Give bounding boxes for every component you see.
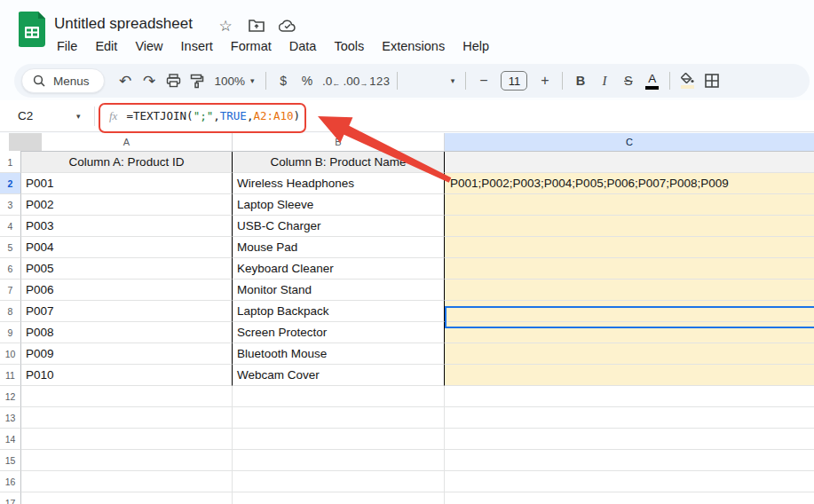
menu-format[interactable]: Format bbox=[222, 37, 281, 55]
cell-A5[interactable]: P004 bbox=[21, 237, 233, 258]
cell-B17[interactable] bbox=[233, 492, 445, 504]
cell-A3[interactable]: P002 bbox=[21, 194, 233, 216]
text-color-button[interactable]: A bbox=[640, 68, 664, 93]
cell-A9[interactable]: P008 bbox=[21, 322, 233, 343]
row-header-14[interactable]: 14 bbox=[0, 429, 21, 450]
column-header-a[interactable]: A bbox=[21, 133, 233, 151]
fill-color-button[interactable] bbox=[676, 68, 699, 93]
row-header-8[interactable]: 8 bbox=[0, 301, 21, 322]
cell-C9[interactable] bbox=[445, 322, 814, 343]
cell-B11[interactable]: Webcam Cover bbox=[233, 365, 445, 386]
menu-data[interactable]: Data bbox=[281, 37, 326, 55]
row-header-16[interactable]: 16 bbox=[0, 471, 21, 492]
cell-A6[interactable]: P005 bbox=[21, 258, 233, 280]
row-header-2[interactable]: 2 bbox=[0, 173, 21, 194]
row-header-9[interactable]: 9 bbox=[0, 322, 21, 343]
cell-C13[interactable] bbox=[445, 407, 814, 429]
increase-font-size-button[interactable]: + bbox=[533, 68, 557, 93]
cloud-saved-icon[interactable] bbox=[279, 17, 296, 35]
menu-insert[interactable]: Insert bbox=[172, 37, 222, 55]
menu-help[interactable]: Help bbox=[454, 37, 498, 55]
star-icon[interactable]: ☆ bbox=[217, 17, 234, 35]
chevron-down-icon[interactable]: ▾ bbox=[76, 112, 94, 121]
cell-A7[interactable]: P006 bbox=[21, 280, 233, 301]
row-header-4[interactable]: 4 bbox=[0, 216, 21, 237]
cell-B10[interactable]: Bluetooth Mouse bbox=[233, 343, 445, 365]
zoom-control[interactable]: 100% ▾ bbox=[209, 75, 260, 88]
cell-A10[interactable]: P009 bbox=[21, 343, 233, 365]
cell-A13[interactable] bbox=[21, 407, 233, 429]
undo-button[interactable]: ↶ bbox=[114, 68, 138, 93]
cell-B12[interactable] bbox=[233, 386, 445, 407]
font-size-input[interactable]: 11 bbox=[501, 71, 527, 91]
cell-C7[interactable] bbox=[445, 280, 814, 301]
formula-input[interactable]: =TEXTJOIN(";",TRUE,A2:A10) bbox=[126, 109, 300, 122]
row-header-6[interactable]: 6 bbox=[0, 258, 21, 280]
cell-C10[interactable] bbox=[445, 343, 814, 365]
row-header-12[interactable]: 12 bbox=[0, 386, 21, 407]
column-header-c[interactable]: C bbox=[445, 133, 814, 151]
select-all-corner[interactable] bbox=[0, 133, 21, 152]
cell-A17[interactable] bbox=[21, 492, 233, 504]
cell-C6[interactable] bbox=[445, 258, 814, 280]
cell-C16[interactable] bbox=[445, 471, 814, 492]
cell-B15[interactable] bbox=[233, 450, 445, 471]
cell-A14[interactable] bbox=[21, 429, 233, 450]
cell-A16[interactable] bbox=[21, 471, 233, 492]
row-header-7[interactable]: 7 bbox=[0, 280, 21, 301]
cell-A8[interactable]: P007 bbox=[21, 301, 233, 322]
cell-C1[interactable] bbox=[445, 152, 814, 173]
number-format-button[interactable]: 123 bbox=[367, 68, 391, 93]
cell-B6[interactable]: Keyboard Cleaner bbox=[233, 258, 445, 280]
cell-B16[interactable] bbox=[233, 471, 445, 492]
cell-B5[interactable]: Mouse Pad bbox=[233, 237, 445, 258]
redo-button[interactable]: ↷ bbox=[138, 68, 162, 93]
cell-B1[interactable]: Column B: Product Name bbox=[233, 152, 445, 173]
paint-format-button[interactable] bbox=[186, 68, 209, 93]
italic-button[interactable]: I bbox=[592, 68, 616, 93]
cell-B4[interactable]: USB-C Charger bbox=[233, 216, 445, 237]
name-box[interactable]: C2 bbox=[0, 109, 76, 122]
cell-C2[interactable]: P001;P002;P003;P004;P005;P006;P007;P008;… bbox=[445, 173, 814, 194]
font-family-dropdown[interactable]: ▾ bbox=[403, 76, 460, 85]
cell-C15[interactable] bbox=[445, 450, 814, 471]
cell-C4[interactable] bbox=[445, 216, 814, 237]
menus-search-button[interactable]: Menus bbox=[21, 68, 105, 93]
move-to-folder-icon[interactable] bbox=[248, 17, 265, 35]
cell-C14[interactable] bbox=[445, 429, 814, 450]
cell-B14[interactable] bbox=[233, 429, 445, 450]
cell-A15[interactable] bbox=[21, 450, 233, 471]
menu-extensions[interactable]: Extensions bbox=[373, 37, 454, 55]
cell-A2[interactable]: P001 bbox=[21, 173, 233, 194]
sheets-logo-icon[interactable] bbox=[19, 12, 45, 47]
cell-C3[interactable] bbox=[445, 194, 814, 216]
row-header-10[interactable]: 10 bbox=[0, 343, 21, 365]
cell-B7[interactable]: Monitor Stand bbox=[233, 280, 445, 301]
cell-C5[interactable] bbox=[445, 237, 814, 258]
cell-C12[interactable] bbox=[445, 386, 814, 407]
row-header-13[interactable]: 13 bbox=[0, 407, 21, 429]
menu-edit[interactable]: Edit bbox=[86, 37, 126, 55]
row-header-17[interactable]: 17 bbox=[0, 492, 21, 504]
cell-B2[interactable]: Wireless Headphones bbox=[233, 173, 445, 194]
row-header-15[interactable]: 15 bbox=[0, 450, 21, 471]
borders-button[interactable] bbox=[699, 68, 723, 93]
percent-format-button[interactable]: % bbox=[296, 68, 320, 93]
row-header-3[interactable]: 3 bbox=[0, 194, 21, 216]
row-header-11[interactable]: 11 bbox=[0, 365, 21, 386]
strikethrough-button[interactable]: S bbox=[616, 68, 640, 93]
row-header-1[interactable]: 1 bbox=[0, 152, 21, 173]
currency-format-button[interactable]: $ bbox=[272, 68, 296, 93]
bold-button[interactable]: B bbox=[568, 68, 592, 93]
cell-B9[interactable]: Screen Protector bbox=[233, 322, 445, 343]
menu-tools[interactable]: Tools bbox=[325, 37, 373, 55]
cell-C8[interactable] bbox=[445, 301, 814, 322]
print-button[interactable] bbox=[162, 68, 186, 93]
row-header-5[interactable]: 5 bbox=[0, 237, 21, 258]
menu-file[interactable]: File bbox=[48, 37, 86, 55]
cell-B13[interactable] bbox=[233, 407, 445, 429]
cell-A1[interactable]: Column A: Product ID bbox=[21, 152, 233, 173]
cell-C17[interactable] bbox=[445, 492, 814, 504]
cell-A12[interactable] bbox=[21, 386, 233, 407]
decrease-decimal-button[interactable]: .0← bbox=[320, 68, 344, 93]
